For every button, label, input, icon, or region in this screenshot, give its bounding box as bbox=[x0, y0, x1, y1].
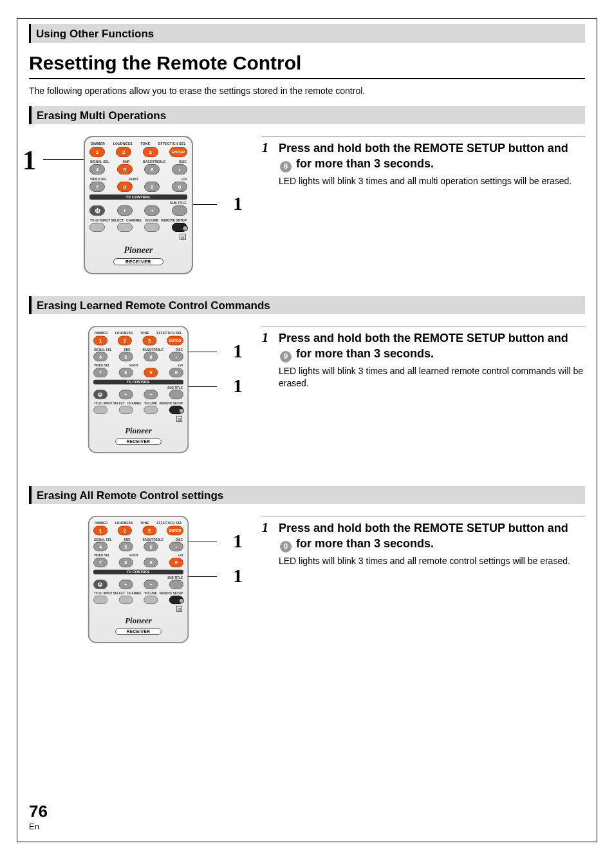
big-step-left-icon: 1 bbox=[23, 145, 36, 176]
section-heading-2: Erasing Learned Remote Control Commands bbox=[29, 296, 585, 314]
key-1: 1 bbox=[89, 147, 105, 157]
key-0: 0 bbox=[172, 182, 187, 192]
instruction-1: 1 Press and hold both the REMOTE SETUP b… bbox=[262, 136, 585, 187]
inline-key-8-icon: 8 bbox=[280, 161, 292, 173]
inline-key-0-icon: 0 bbox=[280, 541, 292, 552]
key-8: 8 bbox=[117, 182, 133, 192]
ch-plus-icon: + bbox=[117, 205, 133, 216]
subtitle-btn bbox=[172, 205, 187, 216]
page-title: Resetting the Remote Control bbox=[29, 52, 585, 79]
callout-3a: 1 bbox=[233, 530, 243, 552]
tv-power-icon: ⏻ bbox=[89, 205, 105, 216]
section-heading-3: Erasing All Remote Control settings bbox=[29, 486, 585, 504]
section-heading-1: Erasing Multi Operations bbox=[29, 106, 585, 124]
key-7: 7 bbox=[89, 182, 105, 192]
key-enter: ENTER bbox=[169, 147, 187, 157]
remote-setup-btn bbox=[172, 223, 187, 232]
vol-plus-icon: + bbox=[144, 205, 160, 216]
instruction-title-2: Press and hold both the REMOTE SETUP but… bbox=[279, 330, 585, 363]
mode-indicator-icon: ▧ bbox=[180, 234, 186, 240]
remote-body: DIMMERLOUDNESSTONEEFFECT/CH SEL 123ENTER… bbox=[88, 516, 189, 643]
instruction-2: 1 Press and hold both the REMOTE SETUP b… bbox=[262, 326, 585, 390]
key-0: 0 bbox=[169, 558, 183, 567]
instruction-detail-3: LED lights will blink 3 times and all re… bbox=[279, 555, 585, 568]
key-disc: • bbox=[172, 164, 187, 175]
remote-bottom-labels: TV ∅ / INPUT SELECT CHANNEL VOLUME REMOT… bbox=[89, 218, 187, 223]
step-number: 1 bbox=[262, 140, 274, 173]
chapter-band: Using Other Functions bbox=[29, 24, 585, 43]
key-2: 2 bbox=[116, 147, 131, 157]
page-frame: Using Other Functions Resetting the Remo… bbox=[17, 18, 597, 842]
key-3: 3 bbox=[143, 147, 158, 157]
section-2: 1 1 DIMMERLOUDNESSTONEEFFECT/CH SEL 123E… bbox=[29, 326, 585, 464]
remote-diagram-2: 1 1 DIMMERLOUDNESSTONEEFFECT/CH SEL 123E… bbox=[29, 326, 248, 464]
page-language: En bbox=[29, 822, 48, 831]
page-number: 76 bbox=[29, 802, 48, 822]
callout-2a: 1 bbox=[233, 340, 243, 362]
callout-2b: 1 bbox=[233, 375, 243, 397]
callout-1a: 1 bbox=[233, 193, 243, 214]
key-6: 6 bbox=[144, 164, 160, 175]
remote-diagram-3: 1 1 DIMMERLOUDNESSTONEEFFECT/CH SEL 123E… bbox=[29, 516, 248, 654]
vol-minus-btn bbox=[144, 223, 160, 232]
instruction-title-3: Press and hold both the REMOTE SETUP but… bbox=[279, 520, 585, 552]
remote-setup-btn bbox=[169, 406, 183, 414]
key-5: 5 bbox=[117, 164, 133, 175]
key-9: 9 bbox=[144, 182, 160, 192]
receiver-pill: RECEIVER bbox=[113, 258, 163, 265]
remote-body: DIMMER LOUDNESS TONE EFFECT/CH SEL 1 2 3… bbox=[84, 136, 193, 274]
remote-top-labels: DIMMER LOUDNESS TONE EFFECT/CH SEL bbox=[89, 142, 187, 147]
key-9: 9 bbox=[144, 368, 158, 377]
section-3: 1 1 DIMMERLOUDNESSTONEEFFECT/CH SEL 123E… bbox=[29, 516, 585, 654]
tv-select-btn bbox=[89, 223, 105, 232]
brand-logo: Pioneer bbox=[89, 245, 187, 256]
leader-line bbox=[43, 159, 87, 160]
instruction-detail-2: LED lights will blink 3 times and all le… bbox=[279, 365, 585, 390]
section-1: 1 1 DIMMER LOUDNESS TONE EFFECT/CH SEL 1… bbox=[29, 136, 585, 274]
instruction-title-1: Press and hold both the REMOTE SETUP but… bbox=[279, 140, 585, 173]
inline-key-9-icon: 9 bbox=[280, 351, 292, 363]
instruction-3: 1 Press and hold both the REMOTE SETUP b… bbox=[262, 516, 585, 567]
remote-diagram-1: 1 1 DIMMER LOUDNESS TONE EFFECT/CH SEL 1… bbox=[29, 136, 248, 274]
instruction-detail-1: LED lights will blink 3 times and all mu… bbox=[279, 175, 585, 188]
key-4: 4 bbox=[89, 164, 105, 175]
remote-setup-btn bbox=[169, 596, 183, 604]
intro-text: The following operations allow you to er… bbox=[29, 86, 585, 96]
page-footer: 76 En bbox=[29, 802, 48, 831]
remote-body: DIMMERLOUDNESSTONEEFFECT/CH SEL 123ENTER… bbox=[88, 326, 189, 453]
callout-3b: 1 bbox=[233, 565, 243, 587]
tv-control-bar: TV CONTROL bbox=[89, 194, 187, 200]
chapter-title: Using Other Functions bbox=[36, 28, 154, 40]
ch-minus-btn bbox=[117, 223, 133, 232]
